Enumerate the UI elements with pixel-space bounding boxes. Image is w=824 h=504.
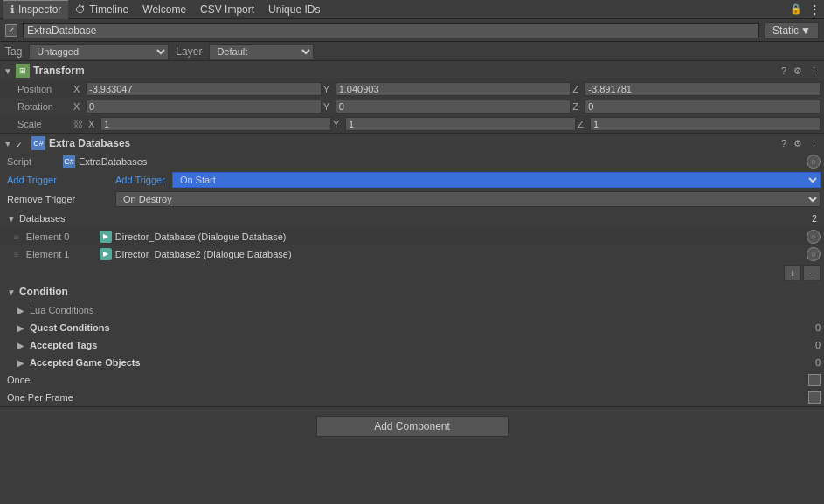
extra-databases-component: ▼ ✓ C# Extra Databases ? ⚙ ⋮ Script C# E… — [0, 134, 824, 407]
rotation-z-input[interactable] — [585, 100, 821, 114]
tab-csv-import[interactable]: CSV Import — [193, 0, 261, 19]
lua-caret-icon: ▶ — [17, 306, 24, 315]
quest-caret-icon: ▶ — [17, 323, 24, 333]
tag-select[interactable]: Untagged — [29, 44, 169, 59]
position-y-input[interactable] — [336, 82, 571, 96]
transform-component: ▼ ⊞ Transform ? ⚙ ⋮ Position X Y Z Rotat… — [0, 61, 824, 134]
rotation-y-input[interactable] — [336, 100, 571, 114]
element-1-row: ≡ Element 1 ▶ Director_Database2 (Dialog… — [0, 245, 824, 263]
element-1-drag-handle[interactable]: ≡ — [14, 250, 19, 259]
add-trigger-link[interactable]: Add Trigger — [115, 175, 165, 185]
object-enabled-checkbox[interactable]: ✓ — [5, 24, 17, 37]
one-per-frame-row: One Per Frame — [0, 389, 824, 406]
tag-layer-row: Tag Untagged Layer Default — [0, 42, 824, 61]
databases-caret-icon: ▼ — [7, 214, 16, 224]
scale-link-icon: ⛓ — [73, 119, 83, 129]
quest-conditions-row[interactable]: ▶ Quest Conditions 0 — [0, 319, 824, 336]
once-checkbox[interactable] — [808, 374, 821, 386]
once-row: Once — [0, 371, 824, 389]
extra-db-icon: C# — [31, 136, 45, 150]
tab-timeline[interactable]: ⏱ Timeline — [68, 0, 135, 19]
remove-trigger-row: Remove Trigger On Destroy On Disable — [0, 190, 824, 209]
tag-label: Tag — [5, 45, 22, 58]
transform-menu-icon[interactable]: ⋮ — [807, 66, 821, 77]
extra-db-help-icon[interactable]: ? — [779, 138, 788, 148]
lock-icon[interactable]: 🔒 — [790, 3, 802, 15]
accepted-objects-caret-icon: ▶ — [17, 358, 24, 368]
script-circle-button[interactable]: ○ — [807, 155, 821, 169]
tab-bar: ℹ Inspector ⏱ Timeline Welcome CSV Impor… — [0, 0, 824, 19]
condition-caret-icon: ▼ — [7, 287, 16, 297]
element-1-circle-button[interactable]: ○ — [807, 247, 821, 261]
transform-help-icon[interactable]: ? — [779, 66, 788, 76]
extra-db-enabled-checkbox[interactable]: ✓ — [16, 138, 26, 148]
element-0-drag-handle[interactable]: ≡ — [14, 232, 19, 242]
db1-icon: ▶ — [100, 248, 112, 260]
layer-label: Layer — [176, 45, 202, 58]
position-row: Position X Y Z — [0, 80, 824, 98]
script-row: Script C# ExtraDatabases ○ — [0, 153, 824, 170]
add-component-button[interactable]: Add Component — [316, 416, 509, 437]
scale-x-input[interactable] — [100, 117, 331, 131]
position-z-input[interactable] — [585, 82, 821, 96]
transform-settings-icon[interactable]: ⚙ — [792, 66, 804, 77]
rotation-row: Rotation X Y Z — [0, 98, 824, 115]
accepted-tags-caret-icon: ▶ — [17, 341, 24, 350]
object-name-input[interactable] — [23, 23, 759, 38]
add-remove-row: + − — [0, 263, 824, 282]
scale-y-input[interactable] — [345, 117, 576, 131]
tab-welcome[interactable]: Welcome — [135, 0, 193, 19]
timeline-icon: ⏱ — [75, 3, 86, 16]
menu-icon[interactable]: ⋮ — [809, 3, 821, 16]
rotation-x-input[interactable] — [86, 100, 322, 114]
element-0-row: ≡ Element 0 ▶ Director_Database (Dialogu… — [0, 228, 824, 245]
databases-section-header: ▼ Databases 2 — [0, 209, 824, 228]
one-per-frame-checkbox[interactable] — [808, 391, 821, 404]
position-x-input[interactable] — [86, 82, 322, 96]
layer-select[interactable]: Default — [209, 44, 314, 59]
tab-unique-ids[interactable]: Unique IDs — [261, 0, 327, 19]
condition-header[interactable]: ▼ Condition — [0, 282, 824, 301]
object-header: ✓ Static ▼ — [0, 19, 824, 42]
static-caret-icon: ▼ — [800, 24, 811, 37]
extra-db-caret-icon: ▼ — [3, 139, 12, 148]
db0-icon: ▶ — [100, 231, 112, 243]
transform-caret-icon: ▼ — [3, 66, 12, 76]
accepted-game-objects-row[interactable]: ▶ Accepted Game Objects 0 — [0, 354, 824, 371]
add-element-button[interactable]: + — [784, 265, 801, 280]
extra-databases-header[interactable]: ▼ ✓ C# Extra Databases ? ⚙ ⋮ — [0, 134, 824, 153]
scale-z-input[interactable] — [590, 117, 821, 131]
add-component-section: Add Component — [0, 407, 824, 445]
scale-row: Scale ⛓ X Y Z — [0, 115, 824, 133]
add-trigger-row: Add Trigger Add Trigger On Start On Enab… — [0, 170, 824, 190]
inspector-icon: ℹ — [10, 3, 15, 16]
lua-conditions-row[interactable]: ▶ Lua Conditions — [0, 301, 824, 319]
extra-db-menu-icon[interactable]: ⋮ — [807, 138, 821, 149]
remove-element-button[interactable]: − — [803, 265, 821, 280]
static-button[interactable]: Static ▼ — [765, 22, 819, 39]
remove-trigger-label: Remove Trigger — [7, 194, 112, 204]
accepted-tags-row[interactable]: ▶ Accepted Tags 0 — [0, 336, 824, 354]
transform-icon: ⊞ — [16, 64, 30, 78]
remove-trigger-select[interactable]: On Destroy On Disable — [115, 191, 821, 207]
add-trigger-select[interactable]: On Start On Enable On Disable — [172, 172, 821, 188]
transform-header[interactable]: ▼ ⊞ Transform ? ⚙ ⋮ — [0, 61, 824, 80]
script-icon: C# — [63, 155, 75, 168]
extra-db-settings-icon[interactable]: ⚙ — [792, 138, 804, 149]
element-0-circle-button[interactable]: ○ — [807, 230, 821, 244]
tab-inspector[interactable]: ℹ Inspector — [3, 0, 68, 19]
